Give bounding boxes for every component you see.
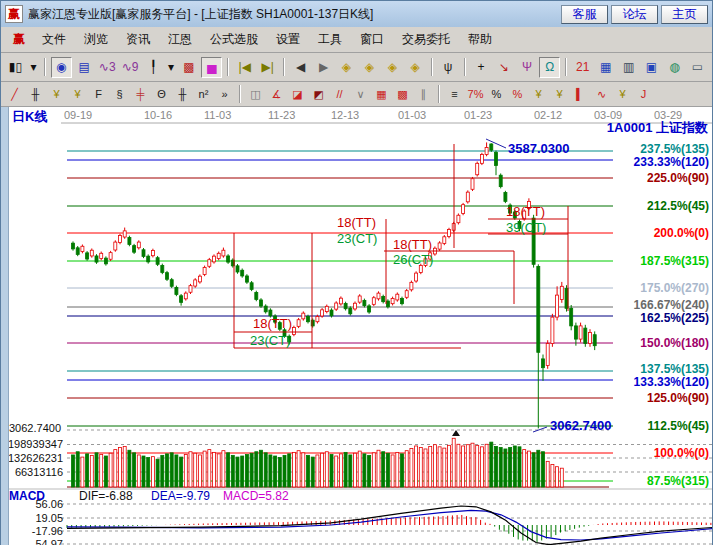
angle-draw-icon[interactable]: ╱: [5, 85, 24, 104]
calculator-icon[interactable]: ▦: [595, 57, 616, 78]
candle-body: [368, 306, 371, 312]
minute-wave-9-icon[interactable]: ∿9: [120, 57, 141, 78]
n-square-icon[interactable]: n²: [194, 85, 213, 104]
info-note-icon[interactable]: ▤: [74, 57, 95, 78]
thin-candle-icon[interactable]: ╿: [143, 57, 164, 78]
menu-item-formula-stock-pick[interactable]: 公式选股: [201, 29, 267, 49]
gold-bars-icon[interactable]: ¥: [613, 85, 632, 104]
thin-candle-dropdown-icon[interactable]: ▾: [166, 57, 177, 78]
menu-item-settings[interactable]: 设置: [267, 29, 309, 49]
menu-item-file[interactable]: 文件: [33, 29, 75, 49]
volume-bar: [175, 455, 178, 487]
zoom-horiz-out-icon[interactable]: ◈: [336, 57, 357, 78]
first-bar-icon[interactable]: |◀: [234, 57, 255, 78]
save-icon[interactable]: ▣: [641, 57, 662, 78]
volume-bar: [180, 457, 183, 487]
menu-item-news[interactable]: 资讯: [117, 29, 159, 49]
candle-body: [100, 253, 103, 258]
kline-chart-canvas[interactable]: 09-1910-1611-0311-2312-1301-0301-2302-12…: [1, 107, 713, 545]
candle-body: [410, 282, 413, 289]
candle-body: [292, 327, 295, 334]
menu-item-window[interactable]: 窗口: [351, 29, 393, 49]
zoom-vert-in-icon[interactable]: ◈: [405, 57, 426, 78]
forum-button[interactable]: 论坛: [611, 5, 658, 24]
cycle-annotation: 18(TT): [506, 204, 545, 219]
candle-body: [330, 310, 333, 316]
volume-bar: [302, 453, 305, 487]
prev-bar-icon[interactable]: ◀: [290, 57, 311, 78]
box-tool-icon[interactable]: ◫: [246, 85, 265, 104]
gold-section-line-icon[interactable]: ¥: [550, 85, 569, 104]
percent-icon[interactable]: %: [487, 85, 506, 104]
left-scroll-strip[interactable]: [1, 107, 9, 545]
menu-item-help[interactable]: 帮助: [459, 29, 501, 49]
support-button[interactable]: 客服: [561, 5, 608, 24]
parallel-lines-icon[interactable]: ∥: [414, 85, 433, 104]
toolbar-separator: [239, 85, 241, 103]
candle-body: [480, 155, 483, 164]
more-tools-icon[interactable]: »: [215, 85, 234, 104]
calendar-icon[interactable]: 21: [572, 57, 593, 78]
print-icon[interactable]: ▭: [687, 57, 708, 78]
red-grid-icon[interactable]: ▦: [372, 85, 391, 104]
fib-grid-icon[interactable]: F: [89, 85, 108, 104]
home-button[interactable]: 主页: [661, 5, 708, 24]
volume-bar: [307, 455, 310, 487]
menu-item-browse[interactable]: 浏览: [75, 29, 117, 49]
zoom-vert-out-icon[interactable]: ◈: [382, 57, 403, 78]
candle-body: [194, 280, 197, 286]
next-bar-icon[interactable]: ▶: [313, 57, 334, 78]
notepad-icon[interactable]: ▥: [618, 57, 639, 78]
draw-tool-icon[interactable]: Ψ: [516, 57, 537, 78]
volume-bar: [495, 446, 498, 487]
fan-lines-icon[interactable]: //: [330, 85, 349, 104]
percent-lines-icon[interactable]: %: [508, 85, 527, 104]
gann-gold-grid2-icon[interactable]: ¥: [68, 85, 87, 104]
time-clock-icon[interactable]: Θ: [152, 85, 171, 104]
wave-measure-icon[interactable]: ∿: [592, 85, 611, 104]
fan-box-filled-icon[interactable]: ◩: [309, 85, 328, 104]
pattern-box-icon[interactable]: ▩: [178, 57, 199, 78]
volume-bar: [269, 455, 272, 487]
crosshair-icon[interactable]: +: [471, 57, 492, 78]
gann-fan-icon[interactable]: ∡: [267, 85, 286, 104]
candle-body: [335, 303, 338, 309]
kline-period-dropdown-icon[interactable]: ▾: [28, 57, 39, 78]
market-view-icon[interactable]: ◍: [664, 57, 685, 78]
minute-wave-3-icon[interactable]: ∿3: [97, 57, 118, 78]
spiral-icon[interactable]: §: [110, 85, 129, 104]
hand-drag-icon[interactable]: ψ: [438, 57, 459, 78]
volume-bar: [354, 453, 357, 487]
zoom-horiz-in-icon[interactable]: ◈: [359, 57, 380, 78]
bar-count-icon[interactable]: ╫: [173, 85, 192, 104]
volume-bar: [499, 447, 502, 487]
fan-box-icon[interactable]: ◪: [288, 85, 307, 104]
gann-gold-grid-icon[interactable]: ¥: [47, 85, 66, 104]
gold-section-circle-icon[interactable]: ¥: [529, 85, 548, 104]
close-price-axis-label: 3062.7400: [9, 422, 61, 434]
analyze-tool-icon[interactable]: Ω: [539, 57, 560, 78]
kline-period-icon[interactable]: ▮▯: [5, 57, 26, 78]
gann-level-label: 162.5%(225): [640, 311, 709, 325]
draw-bars-icon[interactable]: ▍: [571, 85, 590, 104]
menu-item-trade-order[interactable]: 交易委托: [393, 29, 459, 49]
candle-body: [156, 258, 159, 265]
red-grid-filled-icon[interactable]: ▩: [393, 85, 412, 104]
angle-j-icon[interactable]: J: [634, 85, 653, 104]
menu-item-tools[interactable]: 工具: [309, 29, 351, 49]
date-label: 11-03: [204, 109, 231, 121]
gann-level-label: 225.0%(90): [647, 171, 709, 185]
color-histogram-icon[interactable]: ▅: [201, 57, 222, 78]
candle-body: [462, 205, 465, 214]
candle-body: [203, 267, 206, 274]
volume-bar: [222, 451, 225, 487]
time-cycle-grid-icon[interactable]: ╫: [26, 85, 45, 104]
percent-top-icon[interactable]: 7%: [466, 85, 485, 104]
last-bar-icon[interactable]: ▶|: [257, 57, 278, 78]
menu-item-gann[interactable]: 江恩: [159, 29, 201, 49]
draw-cycle-icon[interactable]: ╪: [131, 85, 150, 104]
trendline-tool-icon[interactable]: ↘: [494, 57, 515, 78]
multi-chart-icon[interactable]: ◉: [51, 57, 72, 78]
price-scale-icon[interactable]: ≡: [445, 85, 464, 104]
check-pattern-icon[interactable]: ∨: [351, 85, 370, 104]
